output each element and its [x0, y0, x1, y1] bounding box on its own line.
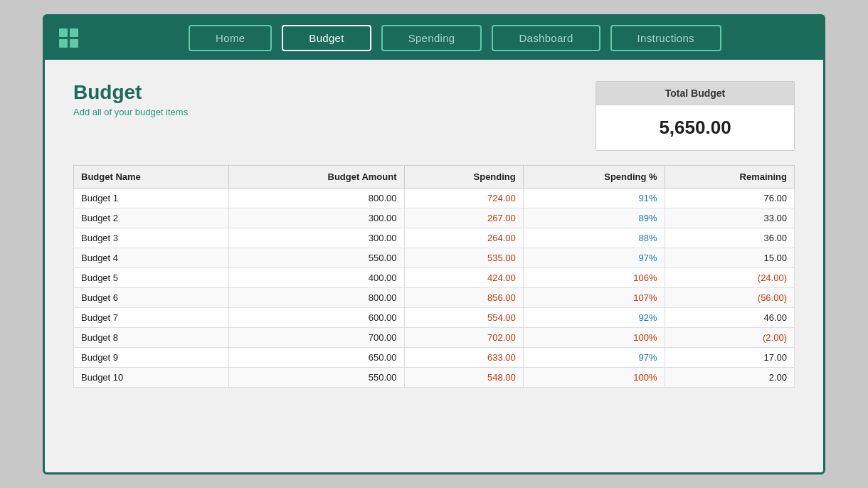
budget-spending: 267.00 [404, 208, 523, 228]
page-subtitle: Add all of your budget items [73, 107, 188, 117]
budget-remaining: 17.00 [665, 347, 794, 367]
nav-tab-spending[interactable]: Spending [381, 25, 482, 51]
budget-remaining: 46.00 [665, 307, 794, 327]
budget-remaining: (56.00) [665, 287, 794, 307]
budget-spending: 535.00 [404, 248, 523, 267]
budget-name: Budget 10 [74, 367, 229, 387]
budget-amount: 300.00 [229, 208, 404, 228]
budget-amount: 700.00 [229, 327, 404, 347]
budget-remaining: (24.00) [665, 267, 794, 287]
page-title: Budget [73, 81, 188, 104]
budget-remaining: 36.00 [665, 228, 794, 248]
budget-spending: 548.00 [404, 367, 523, 387]
budget-name: Budget 7 [74, 307, 229, 327]
logo-cell-1 [59, 28, 68, 37]
budget-spending: 724.00 [404, 188, 523, 208]
nav-tab-dashboard[interactable]: Dashboard [492, 25, 600, 51]
budget-pct: 100% [523, 327, 665, 347]
budget-table: Budget NameBudget AmountSpendingSpending… [73, 165, 795, 388]
nav-tabs: HomeBudgetSpendingDashboardInstructions [101, 25, 809, 51]
table-header: Budget Name [74, 165, 229, 188]
logo-cell-2 [70, 28, 78, 37]
budget-summary-box: Total Budget 5,650.00 [596, 81, 795, 151]
table-row: Budget 7600.00554.0092%46.00 [74, 307, 795, 327]
budget-name: Budget 5 [74, 267, 229, 287]
budget-amount: 650.00 [229, 347, 404, 367]
nav-bar: HomeBudgetSpendingDashboardInstructions [45, 16, 823, 60]
budget-name: Budget 6 [74, 287, 229, 307]
budget-spending: 264.00 [404, 228, 523, 248]
table-row: Budget 8700.00702.00100%(2.00) [74, 327, 795, 347]
budget-name: Budget 4 [74, 248, 229, 267]
budget-remaining: 76.00 [665, 188, 794, 208]
budget-amount: 800.00 [229, 287, 404, 307]
budget-pct: 88% [523, 228, 665, 248]
table-row: Budget 2300.00267.0089%33.00 [74, 208, 795, 228]
budget-pct: 106% [523, 267, 665, 287]
budget-amount: 300.00 [229, 228, 404, 248]
nav-tab-budget[interactable]: Budget [282, 25, 371, 51]
table-row: Budget 10550.00548.00100%2.00 [74, 367, 795, 387]
budget-amount: 800.00 [229, 188, 404, 208]
budget-pct: 100% [523, 367, 665, 387]
table-row: Budget 6800.00856.00107%(56.00) [74, 287, 795, 307]
budget-spending: 702.00 [404, 327, 523, 347]
top-section: Budget Add all of your budget items Tota… [73, 81, 795, 151]
budget-remaining: (2.00) [665, 327, 794, 347]
budget-remaining: 33.00 [665, 208, 794, 228]
budget-pct: 97% [523, 248, 665, 267]
budget-name: Budget 2 [74, 208, 229, 228]
budget-amount: 550.00 [229, 248, 404, 267]
budget-amount: 550.00 [229, 367, 404, 387]
table-header: Spending % [523, 165, 665, 188]
budget-amount: 400.00 [229, 267, 404, 287]
budget-name: Budget 9 [74, 347, 229, 367]
app-logo [59, 28, 78, 48]
logo-cell-3 [59, 39, 68, 48]
budget-name: Budget 3 [74, 228, 229, 248]
budget-spending: 424.00 [404, 267, 523, 287]
table-row: Budget 3300.00264.0088%36.00 [74, 228, 795, 248]
budget-spending: 633.00 [404, 347, 523, 367]
budget-name: Budget 1 [74, 188, 229, 208]
nav-tab-instructions[interactable]: Instructions [610, 25, 721, 51]
main-content: Budget Add all of your budget items Tota… [45, 60, 823, 472]
budget-pct: 107% [523, 287, 665, 307]
budget-remaining: 15.00 [665, 248, 794, 267]
table-header: Spending [404, 165, 523, 188]
table-row: Budget 1800.00724.0091%76.00 [74, 188, 795, 208]
budget-pct: 97% [523, 347, 665, 367]
table-row: Budget 5400.00424.00106%(24.00) [74, 267, 795, 287]
table-header: Budget Amount [229, 165, 404, 188]
table-header: Remaining [665, 165, 794, 188]
budget-name: Budget 8 [74, 327, 229, 347]
budget-summary-header: Total Budget [596, 82, 794, 105]
logo-cell-4 [70, 39, 78, 48]
nav-tab-home[interactable]: Home [189, 25, 272, 51]
page-header: Budget Add all of your budget items [73, 81, 188, 134]
budget-spending: 856.00 [404, 287, 523, 307]
budget-remaining: 2.00 [665, 367, 794, 387]
table-row: Budget 4550.00535.0097%15.00 [74, 248, 795, 267]
budget-summary-value: 5,650.00 [596, 105, 794, 150]
table-row: Budget 9650.00633.0097%17.00 [74, 347, 795, 367]
budget-spending: 554.00 [404, 307, 523, 327]
app-window: HomeBudgetSpendingDashboardInstructions … [43, 14, 825, 474]
budget-amount: 600.00 [229, 307, 404, 327]
budget-pct: 91% [523, 188, 665, 208]
budget-pct: 92% [523, 307, 665, 327]
budget-pct: 89% [523, 208, 665, 228]
